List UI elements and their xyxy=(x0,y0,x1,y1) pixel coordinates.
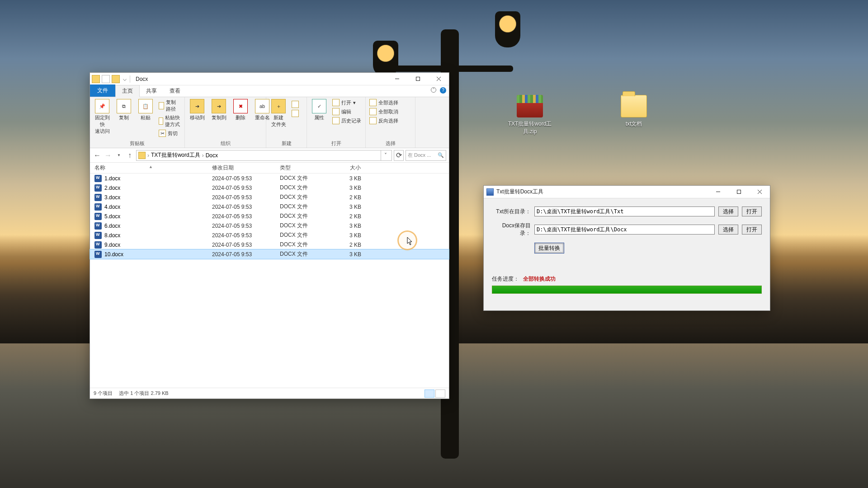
copy-path[interactable]: 复制路径 xyxy=(159,99,181,113)
history-button[interactable]: 历史记录 xyxy=(332,117,361,124)
help-icon[interactable]: ? xyxy=(440,87,446,94)
select-all-icon xyxy=(369,99,377,106)
desktop-icon-folder[interactable]: txt文档 xyxy=(611,95,656,128)
archive-icon xyxy=(517,95,543,117)
new-folder[interactable]: ＋新建 文件夹 xyxy=(270,99,287,128)
file-date: 2024-07-05 9:53 xyxy=(212,204,280,210)
docx-icon xyxy=(94,194,102,201)
paste-button[interactable]: 📋粘贴 xyxy=(137,99,154,121)
close-button[interactable] xyxy=(749,186,770,198)
document-icon xyxy=(102,75,110,83)
tab-file[interactable]: 文件 xyxy=(90,84,115,97)
cut-button[interactable]: ✂剪切 xyxy=(159,130,181,137)
txt-dir-input[interactable] xyxy=(534,206,715,216)
edit-button[interactable]: 编辑 xyxy=(332,108,361,115)
window-title: Docx xyxy=(136,76,148,82)
file-name: 6.docx xyxy=(104,223,212,229)
properties-button[interactable]: ✓属性 xyxy=(311,99,328,121)
file-row[interactable]: 4.docx2024-07-05 9:53DOCX 文件3 KB xyxy=(90,202,449,211)
breadcrumb[interactable]: › TXT批量转word工具 › Docx ˅ xyxy=(136,150,392,161)
column-date[interactable]: 修改日期 xyxy=(212,164,280,172)
file-row[interactable]: 8.docx2024-07-05 9:53DOCX 文件3 KB xyxy=(90,230,449,240)
copy-button[interactable]: ⧉复制 xyxy=(115,99,132,121)
recent-locations[interactable]: ▼ xyxy=(114,151,123,160)
back-button[interactable]: ← xyxy=(93,151,102,160)
file-size: 2 KB xyxy=(334,242,370,248)
new-folder-icon: ＋ xyxy=(271,99,286,113)
file-size: 3 KB xyxy=(334,232,370,239)
group-label: 新建 xyxy=(270,140,303,147)
select-all[interactable]: 全部选择 xyxy=(369,99,398,106)
close-button[interactable] xyxy=(428,73,449,85)
up-button[interactable]: ↑ xyxy=(125,151,134,160)
tab-view[interactable]: 查看 xyxy=(163,85,187,97)
explorer-titlebar[interactable]: Docx xyxy=(90,73,449,85)
maximize-button[interactable] xyxy=(728,186,749,198)
column-name[interactable]: 名称▲ xyxy=(94,164,212,172)
docx-icon xyxy=(94,213,102,220)
column-type[interactable]: 类型 xyxy=(280,164,334,172)
pin-to-quick-access[interactable]: 📌固定到快 速访问 xyxy=(94,99,111,135)
file-date: 2024-07-05 9:53 xyxy=(212,223,280,229)
file-row[interactable]: 3.docx2024-07-05 9:53DOCX 文件2 KB xyxy=(90,192,449,202)
easy-access[interactable] xyxy=(292,110,299,117)
file-row[interactable]: 10.docx2024-07-05 9:53DOCX 文件3 KB xyxy=(90,249,449,259)
search-input[interactable]: 在 Docx ...🔍 xyxy=(406,150,446,161)
delete-button[interactable]: ✖删除 xyxy=(232,99,249,121)
maximize-button[interactable] xyxy=(407,73,428,85)
file-type: DOCX 文件 xyxy=(280,231,334,239)
paste-shortcut[interactable]: 粘贴快捷方式 xyxy=(159,114,181,128)
choose-docx-button[interactable]: 选择 xyxy=(718,225,738,235)
svg-rect-5 xyxy=(737,190,741,194)
file-date: 2024-07-05 9:53 xyxy=(212,251,280,258)
shortcut-icon xyxy=(159,117,163,125)
file-row[interactable]: 5.docx2024-07-05 9:53DOCX 文件2 KB xyxy=(90,211,449,221)
thumbnails-view-button[interactable] xyxy=(435,389,445,398)
docx-dir-input[interactable] xyxy=(534,225,715,235)
column-size[interactable]: 大小 xyxy=(334,164,370,172)
file-date: 2024-07-05 9:53 xyxy=(212,242,280,248)
desktop-icon-zip[interactable]: TXT批量转word工具.zip xyxy=(507,95,552,136)
file-size: 3 KB xyxy=(334,251,370,258)
file-row[interactable]: 2.docx2024-07-05 9:53DOCX 文件3 KB xyxy=(90,183,449,192)
collapse-ribbon-icon[interactable]: ˄ xyxy=(431,87,436,93)
docx-icon xyxy=(94,232,102,239)
history-icon xyxy=(332,117,340,124)
copy-to[interactable]: ➔复制到 xyxy=(210,99,227,121)
forward-button[interactable]: → xyxy=(104,151,113,160)
invert-selection[interactable]: 反向选择 xyxy=(369,117,398,124)
breadcrumb-item[interactable]: Docx xyxy=(206,152,218,159)
move-to[interactable]: ➔移动到 xyxy=(189,99,206,121)
search-icon: 🔍 xyxy=(438,152,444,158)
open-button[interactable]: 打开 ▾ xyxy=(332,99,361,106)
new-item[interactable] xyxy=(292,101,299,108)
file-row[interactable]: 9.docx2024-07-05 9:53DOCX 文件2 KB xyxy=(90,240,449,249)
file-row[interactable]: 6.docx2024-07-05 9:53DOCX 文件3 KB xyxy=(90,221,449,230)
file-type: DOCX 文件 xyxy=(280,241,334,249)
details-view-button[interactable] xyxy=(425,389,434,398)
file-row[interactable]: 1.docx2024-07-05 9:53DOCX 文件3 KB xyxy=(90,174,449,183)
tab-share[interactable]: 共享 xyxy=(140,85,163,97)
tab-home[interactable]: 主页 xyxy=(115,85,140,97)
minimize-button[interactable] xyxy=(387,73,407,85)
group-label: 打开 xyxy=(311,140,362,147)
file-size: 3 KB xyxy=(334,204,370,210)
file-date: 2024-07-05 9:53 xyxy=(212,194,280,201)
folder-icon xyxy=(138,152,146,159)
minimize-button[interactable] xyxy=(708,186,728,198)
open-txt-button[interactable]: 打开 xyxy=(742,206,762,216)
open-docx-button[interactable]: 打开 xyxy=(742,225,762,235)
refresh-button[interactable]: ⟳ xyxy=(394,150,404,161)
select-none[interactable]: 全部取消 xyxy=(369,108,398,115)
docx-icon xyxy=(94,175,102,182)
edit-icon xyxy=(332,108,340,115)
converter-titlebar[interactable]: Txt批量转Docx工具 xyxy=(484,186,770,198)
file-name: 2.docx xyxy=(104,185,212,191)
chevron-down-icon[interactable]: ˅ xyxy=(381,150,390,160)
chevron-down-icon[interactable] xyxy=(123,77,127,81)
path-icon xyxy=(159,102,164,109)
breadcrumb-item[interactable]: TXT批量转word工具 xyxy=(151,151,200,159)
choose-txt-button[interactable]: 选择 xyxy=(718,206,738,216)
file-size: 3 KB xyxy=(334,223,370,229)
convert-button[interactable]: 批量转换 xyxy=(534,243,564,253)
